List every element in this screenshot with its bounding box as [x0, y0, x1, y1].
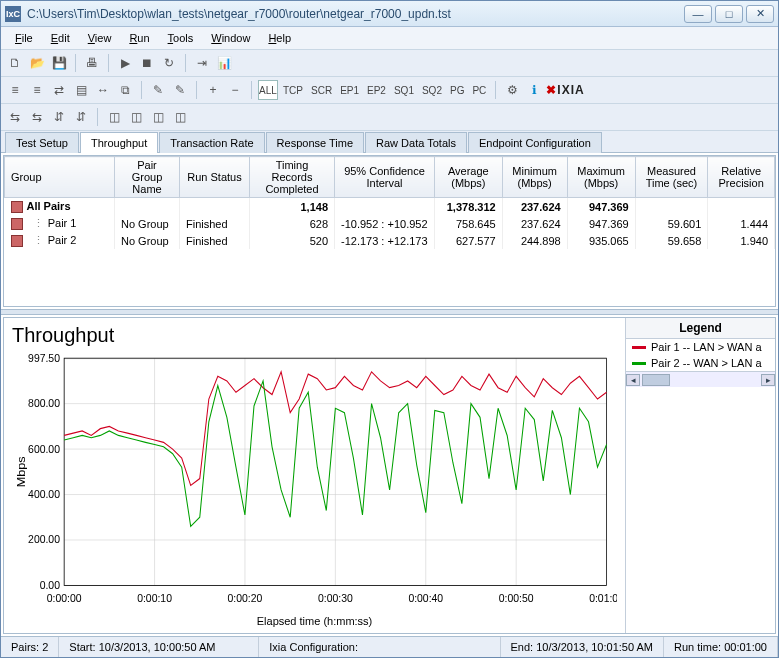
run-icon[interactable]: ▶: [115, 53, 135, 73]
legend: Legend Pair 1 -- LAN > WAN aPair 2 -- WA…: [625, 318, 775, 633]
results-grid[interactable]: Group Pair Group Name Run Status Timing …: [3, 155, 776, 307]
table-row[interactable]: ⋮ Pair 1No GroupFinished628-10.952 : +10…: [5, 215, 775, 232]
filter-ep2[interactable]: EP2: [364, 85, 389, 96]
col-rp[interactable]: Relative Precision: [708, 157, 775, 198]
legend-scrollbar[interactable]: ◂ ▸: [626, 371, 775, 387]
svg-text:Mbps: Mbps: [14, 456, 27, 487]
svg-text:0:00:40: 0:00:40: [408, 591, 443, 604]
col-max[interactable]: Maximum (Mbps): [567, 157, 635, 198]
legend-item[interactable]: Pair 1 -- LAN > WAN a: [626, 339, 775, 355]
pair-icon: [11, 218, 23, 230]
conn-icon[interactable]: ↔: [93, 80, 113, 100]
tool-a-icon[interactable]: ≡: [5, 80, 25, 100]
cfg1-icon[interactable]: ◫: [104, 107, 124, 127]
splitter[interactable]: [1, 309, 778, 315]
svg-text:0:00:00: 0:00:00: [47, 591, 82, 604]
pair-icon: [11, 235, 23, 247]
menu-view[interactable]: View: [80, 30, 120, 46]
script-icon[interactable]: ✎: [148, 80, 168, 100]
stop-icon[interactable]: ⏹: [137, 53, 157, 73]
filter-scr[interactable]: SCR: [308, 85, 335, 96]
cfg3-icon[interactable]: ◫: [148, 107, 168, 127]
net2-icon[interactable]: ⇆: [27, 107, 47, 127]
col-mt[interactable]: Measured Time (sec): [635, 157, 708, 198]
window-title: C:\Users\Tim\Desktop\wlan_tests\netgear_…: [27, 7, 681, 21]
col-trc[interactable]: Timing Records Completed: [250, 157, 335, 198]
filter-all-button[interactable]: ALL: [258, 80, 278, 100]
menu-run[interactable]: Run: [121, 30, 157, 46]
menu-tools[interactable]: Tools: [160, 30, 202, 46]
menu-bar: File Edit View Run Tools Window Help: [1, 27, 778, 50]
svg-text:0:00:10: 0:00:10: [137, 591, 172, 604]
svg-text:0:00:30: 0:00:30: [318, 591, 353, 604]
cfg4-icon[interactable]: ◫: [170, 107, 190, 127]
opt-icon[interactable]: ⚙: [502, 80, 522, 100]
export-icon[interactable]: ⇥: [192, 53, 212, 73]
group-icon[interactable]: ▤: [71, 80, 91, 100]
pair-icon: [11, 201, 23, 213]
svg-text:0:00:20: 0:00:20: [228, 591, 263, 604]
tab-endpoint-config[interactable]: Endpoint Configuration: [468, 132, 602, 153]
tab-raw-data[interactable]: Raw Data Totals: [365, 132, 467, 153]
scroll-thumb[interactable]: [642, 374, 670, 386]
help-icon[interactable]: ℹ: [524, 80, 544, 100]
chart-title: Throughput: [12, 324, 617, 347]
tab-throughput[interactable]: Throughput: [80, 132, 158, 153]
menu-file[interactable]: File: [7, 30, 41, 46]
status-bar: Pairs: 2 Start: 10/3/2013, 10:00:50 AM I…: [1, 636, 778, 657]
minimize-button[interactable]: —: [684, 5, 712, 23]
maximize-button[interactable]: □: [715, 5, 743, 23]
filter-tcp[interactable]: TCP: [280, 85, 306, 96]
link2-icon[interactable]: ⇵: [71, 107, 91, 127]
svg-text:0:01:00: 0:01:00: [589, 591, 617, 604]
title-bar: IxC C:\Users\Tim\Desktop\wlan_tests\netg…: [1, 1, 778, 27]
open-icon[interactable]: 📂: [27, 53, 47, 73]
table-row[interactable]: All Pairs1,1481,378.312237.624947.369: [5, 198, 775, 216]
col-status[interactable]: Run Status: [180, 157, 250, 198]
svg-text:600.00: 600.00: [28, 442, 60, 455]
link-icon[interactable]: ⇵: [49, 107, 69, 127]
throughput-chart[interactable]: 0.00200.00400.00600.00800.00997.500:00:0…: [12, 349, 617, 613]
menu-window[interactable]: Window: [203, 30, 258, 46]
tab-transaction-rate[interactable]: Transaction Rate: [159, 132, 264, 153]
scroll-right-icon[interactable]: ▸: [761, 374, 775, 386]
script2-icon[interactable]: ✎: [170, 80, 190, 100]
legend-item[interactable]: Pair 2 -- WAN > LAN a: [626, 355, 775, 371]
col-pgn[interactable]: Pair Group Name: [115, 157, 180, 198]
legend-title: Legend: [626, 318, 775, 339]
status-runtime: Run time: 00:01:00: [664, 637, 778, 657]
filter-ep1[interactable]: EP1: [337, 85, 362, 96]
filter-pg[interactable]: PG: [447, 85, 467, 96]
tool-b-icon[interactable]: ≡: [27, 80, 47, 100]
menu-edit[interactable]: Edit: [43, 30, 78, 46]
chart-xlabel: Elapsed time (h:mm:ss): [12, 613, 617, 629]
tab-response-time[interactable]: Response Time: [266, 132, 364, 153]
new-icon[interactable]: 🗋: [5, 53, 25, 73]
svg-text:997.50: 997.50: [28, 352, 60, 365]
save-icon[interactable]: 💾: [49, 53, 69, 73]
refresh-icon[interactable]: ↻: [159, 53, 179, 73]
menu-help[interactable]: Help: [260, 30, 299, 46]
chart-icon[interactable]: 📊: [214, 53, 234, 73]
col-avg[interactable]: Average (Mbps): [435, 157, 503, 198]
copy-icon[interactable]: ⧉: [115, 80, 135, 100]
filter-pc[interactable]: PC: [469, 85, 489, 96]
pair-icon[interactable]: ⇄: [49, 80, 69, 100]
status-config: Ixia Configuration:: [259, 637, 500, 657]
col-min[interactable]: Minimum (Mbps): [502, 157, 567, 198]
print-icon[interactable]: 🖶: [82, 53, 102, 73]
pair-del-icon[interactable]: −: [225, 80, 245, 100]
status-start: Start: 10/3/2013, 10:00:50 AM: [59, 637, 259, 657]
filter-sq1[interactable]: SQ1: [391, 85, 417, 96]
cfg2-icon[interactable]: ◫: [126, 107, 146, 127]
tab-test-setup[interactable]: Test Setup: [5, 132, 79, 153]
scroll-left-icon[interactable]: ◂: [626, 374, 640, 386]
table-row[interactable]: ⋮ Pair 2No GroupFinished520-12.173 : +12…: [5, 232, 775, 249]
pair-add-icon[interactable]: +: [203, 80, 223, 100]
col-group[interactable]: Group: [5, 157, 115, 198]
net-icon[interactable]: ⇆: [5, 107, 25, 127]
filter-sq2[interactable]: SQ2: [419, 85, 445, 96]
svg-text:800.00: 800.00: [28, 397, 60, 410]
col-ci[interactable]: 95% Confidence Interval: [335, 157, 435, 198]
close-button[interactable]: ✕: [746, 5, 774, 23]
